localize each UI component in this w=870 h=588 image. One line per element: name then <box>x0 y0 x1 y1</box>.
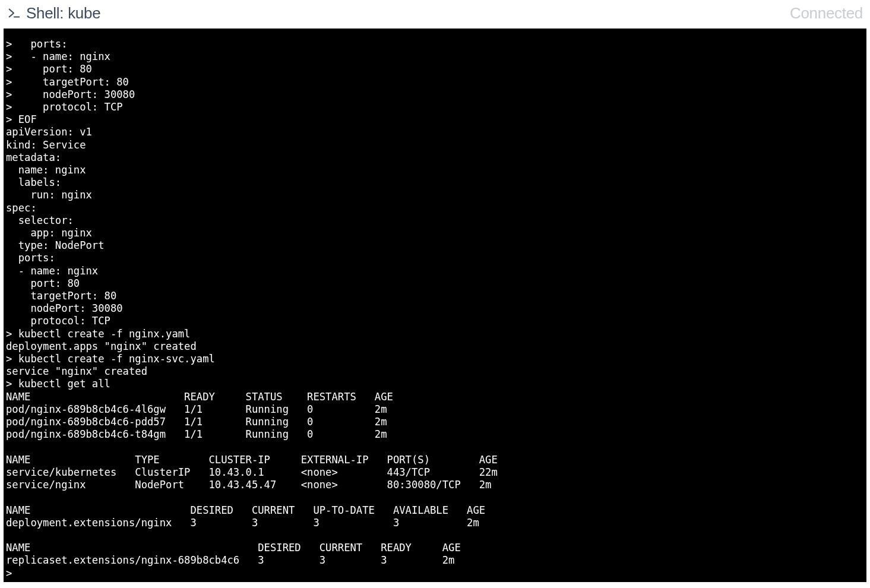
terminal-container: > ports: > - name: nginx > port: 80 > ta… <box>4 29 866 582</box>
shell-title: Shell: kube <box>26 4 100 23</box>
terminal-output[interactable]: > ports: > - name: nginx > port: 80 > ta… <box>4 29 866 582</box>
terminal-lines: > ports: > - name: nginx > port: 80 > ta… <box>6 38 864 580</box>
connection-status: Connected <box>790 4 863 23</box>
prompt-icon <box>7 7 20 20</box>
header-left: Shell: kube <box>7 4 100 23</box>
terminal-scroll-spacer <box>6 29 864 38</box>
header-bar: Shell: kube Connected <box>0 0 870 29</box>
